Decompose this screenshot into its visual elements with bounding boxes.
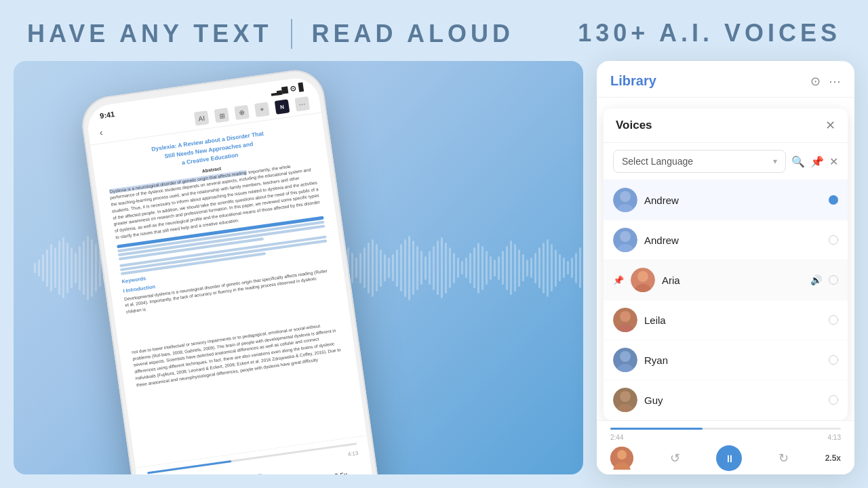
rp-play-pause-button[interactable]: ⏸ <box>716 445 742 471</box>
wave-bar <box>534 253 536 283</box>
wave-bar <box>91 239 93 297</box>
wave-bar <box>384 254 386 281</box>
voice-item-andrew-2[interactable]: Andrew <box>604 220 848 260</box>
wave-bar <box>429 251 431 285</box>
body-text-2: not due to lower intellectual or sensory… <box>132 320 344 388</box>
voices-close-button[interactable]: ✕ <box>825 118 835 133</box>
voice-item-guy-1[interactable]: Guy <box>604 380 848 419</box>
wave-bar <box>75 253 77 283</box>
rp-forward-icon[interactable]: ↻ <box>778 451 789 466</box>
voice-avatar-andrew-1 <box>613 188 637 212</box>
wave-bar <box>575 253 577 283</box>
signal-icon: ▂▄▆ <box>271 85 288 96</box>
library-panel: Library ⊙ ⋯ Voices ✕ Select Language ▾ 🔍… <box>597 61 854 474</box>
wave-bar <box>555 249 557 287</box>
svg-point-10 <box>637 271 648 282</box>
wave-bar <box>473 247 475 288</box>
speed-label[interactable]: 2.5x <box>334 470 348 474</box>
search-icon[interactable]: ⊙ <box>810 74 821 89</box>
header-divider <box>291 19 292 49</box>
wave-bar <box>46 249 48 287</box>
headline-voices: 130+ A.I. VOICES <box>578 19 841 47</box>
forward-icon[interactable]: ↻ <box>298 473 309 474</box>
right-player: 2:44 4:13 ↺ ⏸ ↻ 2.5x <box>597 420 854 474</box>
right-player-progress[interactable] <box>610 428 841 430</box>
speaker-icon: 🔊 <box>810 274 822 285</box>
wave-bar <box>412 241 414 295</box>
wave-bar <box>66 243 68 293</box>
voice-unselected-indicator-aria-1 <box>829 275 838 285</box>
rp-avatar <box>610 447 633 470</box>
wave-bar <box>87 236 89 300</box>
voice-selected-indicator-andrew-1 <box>829 195 838 205</box>
rp-speed-label[interactable]: 2.5x <box>825 453 841 463</box>
language-select-label: Select Language <box>622 156 693 167</box>
voice-item-andrew-1[interactable]: Andrew <box>604 180 848 220</box>
voice-item-ryan-1[interactable]: Ryan <box>604 340 848 380</box>
wave-bar <box>498 256 500 280</box>
right-player-controls: ↺ ⏸ ↻ 2.5x <box>610 445 841 471</box>
wave-bar <box>518 249 520 287</box>
voice-avatar-leila-1 <box>613 308 637 332</box>
language-select-dropdown[interactable]: Select Language ▾ <box>613 150 786 173</box>
player-time-end: 4:13 <box>347 450 359 458</box>
wave-bar <box>54 247 56 288</box>
voices-panel: Voices ✕ Select Language ▾ 🔍 📌 ✕ Andrew <box>604 108 848 420</box>
wave-bar <box>380 249 382 287</box>
bookmark-icon[interactable]: ⌖ <box>254 102 270 117</box>
wave-bar <box>449 247 451 288</box>
wave-bar <box>400 244 402 291</box>
voice-unselected-indicator-guy-1 <box>829 395 838 405</box>
wave-bar <box>363 247 366 288</box>
voices-clear-icon[interactable]: ✕ <box>829 155 838 168</box>
voice-unselected-indicator-ryan-1 <box>829 355 838 365</box>
wave-bar <box>579 247 581 288</box>
wave-bar <box>388 258 390 278</box>
zoom-icon[interactable]: ⊕ <box>234 105 250 121</box>
wave-bar <box>453 253 455 283</box>
wave-bar <box>563 258 565 278</box>
wave-bar <box>542 243 545 293</box>
wave-bar <box>404 239 406 297</box>
wave-bar <box>461 261 463 274</box>
wave-bar <box>530 258 532 278</box>
wave-bar <box>514 244 516 291</box>
wifi-icon: ⊙ <box>290 84 297 94</box>
wave-bar <box>559 254 561 281</box>
voice-item-aria-1[interactable]: 📌 Aria 🔊 <box>604 260 848 300</box>
wave-bar <box>95 244 97 291</box>
wave-bar <box>71 247 73 288</box>
logo-icon[interactable]: N <box>275 99 290 115</box>
wave-bar <box>416 246 418 290</box>
wave-bar <box>526 260 528 277</box>
chevron-down-icon: ▾ <box>773 157 777 166</box>
library-title: Library <box>610 73 656 89</box>
wave-bar <box>376 244 378 291</box>
voices-pin-icon[interactable]: 📌 <box>810 155 824 168</box>
voice-item-leila-1[interactable]: Leila <box>604 300 848 340</box>
voice-name-leila-1: Leila <box>644 314 822 326</box>
play-pause-button[interactable]: ⏸ <box>247 472 275 474</box>
svg-point-28 <box>617 450 627 460</box>
more-icon[interactable]: ⋯ <box>829 74 841 89</box>
voices-header: Voices ✕ <box>604 108 848 143</box>
wave-bar <box>58 241 60 295</box>
wave-bar <box>62 237 64 298</box>
wave-bar <box>79 246 81 290</box>
voice-unselected-indicator-andrew-2 <box>829 235 838 245</box>
wave-bar <box>481 246 484 290</box>
right-player-time: 2:44 4:13 <box>610 434 841 441</box>
ai-button[interactable]: AI <box>194 110 210 126</box>
wave-bar <box>351 253 353 283</box>
back-icon[interactable]: ‹ <box>99 127 104 138</box>
wave-bar <box>441 237 443 298</box>
voices-search-icon[interactable]: 🔍 <box>791 155 805 168</box>
header-left: HAVE ANY TEXT READ ALOUD <box>27 19 514 49</box>
svg-point-4 <box>620 191 631 202</box>
wave-bar <box>567 261 569 274</box>
grid-icon[interactable]: ⊞ <box>214 108 230 123</box>
voice-name-guy-1: Guy <box>644 394 822 406</box>
wave-bar <box>368 243 370 293</box>
rp-rewind-icon[interactable]: ↺ <box>670 451 680 466</box>
more-icon[interactable]: ⋯ <box>294 96 310 112</box>
